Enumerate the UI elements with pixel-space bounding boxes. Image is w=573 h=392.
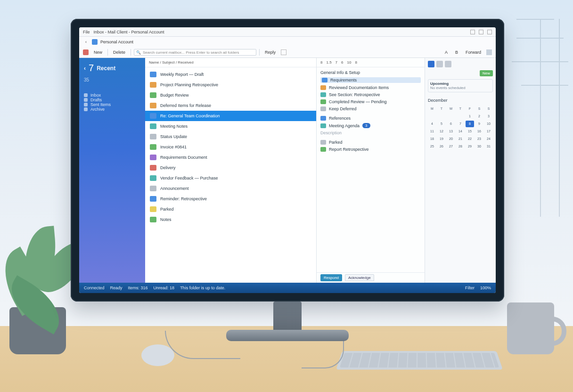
calendar-day[interactable]: 13	[447, 128, 455, 135]
calendar-day[interactable]: 25	[428, 143, 436, 150]
respond-button[interactable]: Respond	[320, 274, 342, 281]
list-column-header[interactable]: Name / Subject / Received	[145, 58, 316, 67]
sidebar-item[interactable]: Inbox	[84, 93, 140, 98]
calendar-day[interactable]: 1	[466, 113, 474, 120]
calendar-day[interactable]: 2	[475, 113, 483, 120]
cal-people-icon[interactable]	[436, 61, 443, 67]
list-row[interactable]: Project Planning Retrospective	[145, 80, 316, 90]
calendar-day[interactable]: 17	[484, 128, 493, 135]
calendar-day[interactable]: 5	[437, 121, 446, 127]
delete-button[interactable]: Delete	[111, 49, 128, 56]
calendar-day[interactable]: 9	[475, 121, 483, 127]
calendar-day[interactable]: 7	[456, 121, 465, 127]
forward-button[interactable]: Forward	[463, 49, 483, 56]
reading-row-label: Completed Review — Pending	[329, 99, 387, 104]
list-row[interactable]: Notes	[145, 214, 316, 225]
reading-row[interactable]: General Info & Setup	[320, 70, 421, 75]
list-row[interactable]: Reminder: Retrospective	[145, 194, 316, 204]
reading-row[interactable]: Keep Deferred	[320, 106, 421, 111]
calendar-day[interactable]: 30	[475, 143, 483, 150]
new-mail-icon	[83, 49, 89, 55]
sidebar-item[interactable]: Sent Items	[84, 102, 140, 107]
reading-row[interactable]: Completed Review — Pending	[320, 99, 421, 104]
search-input[interactable]: 🔍 Search current mailbox... Press Enter …	[134, 49, 256, 56]
list-row[interactable]: Announcement	[145, 183, 316, 194]
calendar-day[interactable]: 16	[475, 128, 483, 135]
window-maximize-button[interactable]	[479, 30, 483, 34]
ribbon: ‹ Personal Account New Delete 🔍 Search c…	[79, 37, 496, 58]
calendar-day[interactable]: 6	[447, 121, 455, 127]
calendar-day[interactable]: 31	[484, 143, 493, 150]
list-row[interactable]: Requirements Document	[145, 152, 316, 163]
ribbon-back-button[interactable]: ‹	[83, 39, 89, 45]
calendar-day[interactable]: 24	[484, 136, 493, 142]
cal-mail-icon[interactable]	[428, 61, 434, 67]
reply-button[interactable]: Reply	[262, 49, 278, 56]
calendar-day[interactable]: 3	[484, 113, 493, 120]
calendar-day[interactable]: 4	[428, 121, 436, 127]
calendar-day[interactable]: 8	[466, 121, 474, 127]
calendar-day[interactable]: 29	[466, 143, 474, 150]
sidebar-back[interactable]: ‹ 7 Recent	[84, 63, 140, 74]
message-list-pane: Name / Subject / Received Weekly Report …	[145, 58, 317, 283]
menu-file[interactable]: File	[83, 30, 90, 34]
list-row[interactable]: Weekly Report — Draft	[145, 69, 316, 80]
list-row[interactable]: Invoice #0841	[145, 142, 316, 152]
ribbon-small-a[interactable]: A	[442, 49, 450, 56]
list-row[interactable]: Vendor Feedback — Purchase	[145, 173, 316, 183]
folder-icon	[84, 93, 88, 97]
calendar-day[interactable]: 18	[428, 136, 436, 142]
cal-tasks-icon[interactable]	[445, 61, 451, 67]
reading-row[interactable]: See Section: Retrospective	[320, 92, 421, 97]
calendar-day[interactable]: 21	[456, 136, 465, 142]
window-close-button[interactable]	[487, 30, 492, 34]
message-list[interactable]: Weekly Report — DraftProject Planning Re…	[145, 67, 316, 283]
ribbon-small-b[interactable]: B	[453, 49, 460, 56]
ribbon-tab-home[interactable]: Personal Account	[100, 40, 133, 44]
status-items: Items: 316	[128, 286, 148, 290]
list-row[interactable]: Parked	[145, 204, 316, 214]
new-button[interactable]: New	[91, 49, 105, 56]
more-icon[interactable]	[486, 49, 492, 55]
reading-row[interactable]: Meeting Agenda3	[320, 123, 421, 128]
reading-row[interactable]: References	[320, 116, 421, 121]
calendar-day[interactable]: 22	[466, 136, 474, 142]
calendar-day[interactable]: 20	[447, 136, 455, 142]
calendar-day[interactable]: 28	[456, 143, 465, 150]
acknowledge-button[interactable]: Acknowledge	[345, 274, 374, 281]
list-row[interactable]: Budget Review	[145, 90, 316, 100]
sidebar-item[interactable]: Drafts	[84, 98, 140, 102]
reading-row[interactable]: Parked	[320, 140, 421, 145]
calendar-day[interactable]: 15	[466, 128, 474, 135]
sidebar-day-number: 7	[89, 63, 94, 74]
list-row[interactable]: Deferred Items for Release	[145, 100, 316, 111]
reading-row-icon	[320, 85, 326, 90]
calendar-day[interactable]: 19	[437, 136, 446, 142]
calendar-day[interactable]: 23	[475, 136, 483, 142]
reading-row[interactable]: Requirements	[320, 77, 421, 83]
window-minimize-button[interactable]	[470, 30, 475, 34]
calendar-day[interactable]: 10	[484, 121, 493, 127]
list-row[interactable]: Re: General Team Coordination	[145, 111, 316, 121]
status-zoom[interactable]: 100%	[480, 286, 491, 290]
reading-row-icon	[322, 78, 327, 82]
sidebar-item[interactable]: Archive	[84, 107, 140, 112]
reading-row[interactable]: Reviewed Documentation Items	[320, 85, 421, 90]
calendar-dow: M	[428, 106, 436, 112]
mini-calendar[interactable]: MTWTFSS123456789101112131415161718192021…	[428, 106, 493, 157]
reading-row-label: General Info & Setup	[320, 70, 360, 75]
list-row[interactable]: Status Update	[145, 131, 316, 142]
reading-row[interactable]: Report Retrospective	[320, 147, 421, 152]
calendar-new-button[interactable]: New	[480, 70, 493, 76]
calendar-day[interactable]: 14	[456, 128, 465, 135]
calendar-day[interactable]: 11	[428, 128, 436, 135]
calendar-day[interactable]: 26	[437, 143, 446, 150]
list-row[interactable]: Delivery	[145, 163, 316, 173]
reply-all-icon[interactable]	[281, 49, 286, 55]
list-row[interactable]: Meeting Notes	[145, 121, 316, 131]
reading-row[interactable]: Description	[320, 131, 421, 135]
mail-item-icon	[150, 206, 156, 212]
calendar-day[interactable]: 27	[447, 143, 455, 150]
status-filter[interactable]: Filter	[465, 286, 475, 290]
calendar-day[interactable]: 12	[437, 128, 446, 135]
